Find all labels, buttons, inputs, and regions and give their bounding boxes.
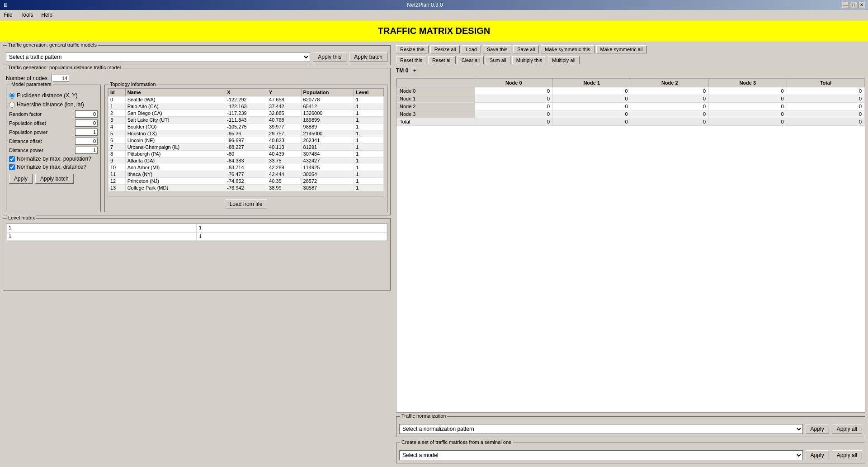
tm-table: Node 0 Node 1 Node 2 Node 3 Total Node 0… (396, 78, 865, 126)
title-bar: 🖥 Net2Plan 0.3.0 — □ ✕ (0, 0, 868, 10)
haversine-label: Haversine distance (lon, lat) (17, 101, 84, 108)
tm-header-total: Total (787, 79, 865, 87)
resize-all-button[interactable]: Resize all (430, 45, 460, 53)
table-row[interactable]: 6Lincoln (NE)-96.69740.8232623411 (108, 137, 384, 144)
table-row[interactable]: 9Atlanta (GA)-84.38333.754324271 (108, 157, 384, 164)
norm-apply-all-button[interactable]: Apply all (832, 424, 862, 434)
load-button[interactable]: Load (462, 45, 481, 53)
tm-header-node1: Node 1 (553, 79, 631, 87)
tm-row: Node 200000 (397, 103, 865, 110)
save-this-button[interactable]: Save this (483, 45, 511, 53)
traffic-gen-section: Traffic generation: general traffic mode… (3, 45, 391, 65)
pop-power-label: Population power (9, 129, 47, 135)
multiply-this-button[interactable]: Multiply this (512, 56, 546, 64)
topo-col-name: Name (125, 89, 225, 96)
level-matrix-grid: 1 1 1 1 (6, 223, 387, 241)
level-cell-00: 1 (6, 224, 197, 232)
save-all-button[interactable]: Save all (513, 45, 539, 53)
multiply-all-button[interactable]: Multiply all (548, 56, 579, 64)
normalize-pop-checkbox[interactable] (9, 156, 15, 162)
reset-this-button[interactable]: Reset this (396, 56, 426, 64)
table-row[interactable]: 5Houston (TX)-95.3629.75721450001 (108, 130, 384, 137)
pop-power-input[interactable] (75, 129, 98, 136)
tm-header-empty (397, 79, 475, 87)
tm-header-node0: Node 0 (475, 79, 553, 87)
topo-col-pop: Population (301, 89, 354, 96)
level-cell-11: 1 (197, 232, 387, 241)
table-row[interactable]: 1Palo Alto (CA)-122.16337.442654121 (108, 103, 384, 110)
norm-apply-button[interactable]: Apply (806, 424, 829, 434)
resize-this-button[interactable]: Resize this (396, 45, 429, 53)
table-row[interactable]: 3Salt Lake City (UT)-111.84340.768189899… (108, 117, 384, 124)
menu-help[interactable]: Help (39, 11, 54, 19)
pop-distance-title: Traffic generation: population-distance … (7, 65, 122, 70)
topology-section: Topology information Id Name X Y Populat… (104, 85, 387, 212)
tm-buttons-row2: Reset this Reset all Clear all Sum all M… (396, 56, 865, 64)
tm-row: Node 000000 (397, 87, 865, 95)
seminal-apply-button[interactable]: Apply (806, 450, 829, 460)
model-apply-batch-button[interactable]: Apply batch (35, 174, 74, 184)
table-row[interactable]: 0Seattle (WA)-122.29247.6586207781 (108, 96, 384, 103)
apply-batch-button[interactable]: Apply batch (349, 52, 387, 62)
table-row[interactable]: 11Ithaca (NY)-76.47742.444300541 (108, 171, 384, 178)
dist-offset-input[interactable] (75, 138, 98, 145)
topology-table-container[interactable]: Id Name X Y Population Level 0Seattle (W… (108, 88, 384, 196)
table-row[interactable]: 13College Park (MD)-76.94238.99305871 (108, 185, 384, 191)
tm-buttons-row1: Resize this Resize all Load Save this Sa… (396, 45, 865, 53)
menu-file[interactable]: File (2, 11, 14, 19)
traffic-norm-section: Traffic normalization Select a normaliza… (396, 416, 865, 437)
clear-all-button[interactable]: Clear all (458, 56, 484, 64)
topology-title: Topology information (108, 81, 157, 87)
minimize-button[interactable]: — (842, 2, 849, 8)
load-from-file-button[interactable]: Load from file (225, 199, 268, 209)
dist-power-input[interactable] (75, 147, 98, 154)
traffic-gen-title: Traffic generation: general traffic mode… (7, 43, 98, 48)
normalize-dist-label: Normalize by max. distance? (17, 164, 86, 170)
seminal-apply-all-button[interactable]: Apply all (832, 450, 862, 460)
sum-all-button[interactable]: Sum all (486, 56, 510, 64)
table-row[interactable]: 10Ann Arbor (MI)-83.71442.2891149251 (108, 164, 384, 171)
tm-label: TM 0 (396, 67, 408, 74)
traffic-norm-title: Traffic normalization (400, 413, 447, 419)
reset-all-button[interactable]: Reset all (428, 56, 456, 64)
level-matrix-title: Level matrix (7, 215, 36, 220)
norm-pattern-dropdown[interactable]: Select a normalization pattern (399, 424, 803, 434)
window-title: Net2Plan 0.3.0 (8, 2, 842, 8)
tm-table-container[interactable]: Node 0 Node 1 Node 2 Node 3 Total Node 0… (396, 78, 865, 413)
apply-this-button[interactable]: Apply this (313, 52, 346, 62)
tm-add-button[interactable]: + (411, 67, 418, 74)
tm-row: Node 100000 (397, 95, 865, 103)
haversine-radio[interactable] (9, 102, 15, 108)
topo-col-level: Level (354, 89, 384, 96)
tm-row: Total00000 (397, 118, 865, 126)
traffic-pattern-dropdown[interactable]: Select a traffic pattern (6, 52, 310, 62)
menu-tools[interactable]: Tools (19, 11, 35, 19)
table-row[interactable]: 2San Diego (CA)-117.23932.88513260001 (108, 110, 384, 117)
normalize-dist-checkbox[interactable] (9, 164, 15, 170)
make-symmetric-this-button[interactable]: Make symmetric this (541, 45, 594, 53)
table-row[interactable]: 7Urbana-Champaign (IL)-88.22740.11381291… (108, 144, 384, 151)
euclidean-radio[interactable] (9, 93, 15, 99)
table-row[interactable]: 8Pittsburgh (PA)-8040.4393074841 (108, 151, 384, 157)
model-params-title: Model parameters (10, 81, 53, 87)
table-row[interactable]: 4Boulder (CO)-105.27539.977988891 (108, 124, 384, 130)
random-factor-input[interactable] (75, 110, 98, 118)
random-factor-label: Random factor (9, 111, 42, 117)
right-panel: Resize this Resize all Load Save this Sa… (393, 43, 868, 466)
pop-offset-input[interactable] (75, 119, 98, 127)
tm-row: Node 300000 (397, 110, 865, 118)
tm-header-node2: Node 2 (631, 79, 709, 87)
normalize-pop-label: Normalize by max. population? (17, 156, 91, 162)
maximize-button[interactable]: □ (850, 2, 857, 8)
num-nodes-label: Number of nodes (6, 75, 47, 81)
table-row[interactable]: 12Princeton (NJ)-74.65240.35285721 (108, 178, 384, 185)
menu-bar: File Tools Help (0, 10, 868, 20)
close-button[interactable]: ✕ (858, 2, 865, 8)
seminal-model-dropdown[interactable]: Select a model (399, 450, 803, 460)
num-nodes-input[interactable] (51, 75, 69, 82)
tm-header-row: TM 0 + (396, 67, 865, 74)
dist-power-label: Distance power (9, 148, 43, 153)
model-apply-button[interactable]: Apply (9, 174, 33, 184)
left-panel: Traffic generation: general traffic mode… (0, 43, 393, 466)
make-symmetric-all-button[interactable]: Make symmetric all (596, 45, 647, 53)
